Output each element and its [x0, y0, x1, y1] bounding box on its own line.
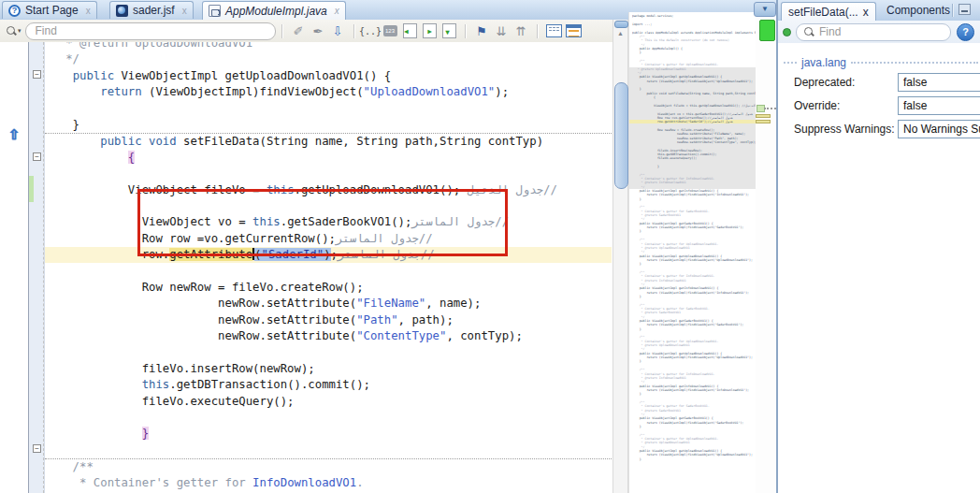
- code-line[interactable]: [45, 263, 612, 279]
- split-editor-handle[interactable]: [614, 21, 628, 28]
- code-line[interactable]: [45, 410, 612, 426]
- code-line[interactable]: newRow.setAttribute("Path", path);: [45, 312, 612, 328]
- fold-toggle-icon[interactable]: −: [33, 152, 41, 161]
- status-dot-icon: [783, 28, 791, 36]
- tab-appmoduleimpl-java[interactable]: AppModuleImpl.java x: [202, 1, 346, 20]
- search-icon: [803, 26, 814, 37]
- code-line[interactable]: public void setFileData(String name, Str…: [45, 133, 612, 149]
- scrollbar-thumb[interactable]: [614, 82, 628, 189]
- code-line[interactable]: * Container's getter for InfoDownloadVO1…: [45, 475, 612, 491]
- code-line[interactable]: }: [45, 117, 612, 133]
- code-line[interactable]: }: [45, 426, 612, 442]
- minimap-line: public class AppModuleImpl extends Appli…: [632, 30, 757, 34]
- start-page-icon: ?: [8, 5, 21, 17]
- close-tab-icon[interactable]: x: [863, 6, 869, 19]
- previous-bookmark-icon[interactable]: ⇈: [512, 22, 531, 40]
- code-line[interactable]: Row newRow = fileVo.createRow();: [45, 280, 612, 296]
- tab-overflow-chevron-button[interactable]: ▼: [754, 2, 776, 17]
- code-line[interactable]: public ViewObjectImpl getUploadDownloadV…: [45, 68, 612, 84]
- code-line[interactable]: {: [45, 150, 612, 166]
- section-header-java-lang: java.lang: [784, 56, 978, 69]
- code-line[interactable]: newRow.setAttribute("ContentType", contT…: [45, 328, 612, 344]
- code-editor[interactable]: ⇧ − − − * @return UploadDownloadVO1 */ p…: [0, 42, 612, 493]
- shift-right-icon[interactable]: ▸: [420, 22, 440, 40]
- minimap-line: return (ViewObjectImpl)findViewObject("S…: [632, 420, 757, 424]
- editor-vertical-scrollbar[interactable]: ▲: [612, 20, 628, 493]
- code-overview-minimap[interactable]: package model.services; import ...; publ…: [628, 12, 757, 493]
- minimap-line: newRow.setAttribute("ContentType", contT…: [632, 140, 757, 144]
- code-block-icon[interactable]: {..}: [361, 22, 381, 40]
- numbered-block-icon[interactable]: 123: [381, 22, 400, 40]
- overview-mark-dots: [764, 108, 776, 109]
- find-input[interactable]: Find: [25, 22, 276, 40]
- close-tab-icon[interactable]: x: [182, 6, 187, 16]
- code-line[interactable]: return (ViewObjectImpl)findViewObject("U…: [45, 84, 612, 100]
- code-line[interactable]: this.getDBTransaction().commit();: [45, 377, 612, 393]
- bookmark-icon[interactable]: ⚑: [472, 22, 492, 40]
- code-line[interactable]: fileVo.executeQuery();: [45, 394, 612, 410]
- field-label: Override:: [794, 99, 840, 112]
- close-tab-icon[interactable]: x: [86, 6, 91, 16]
- minimap-line: return (ViewObjectImpl)findViewObject("S…: [632, 323, 757, 326]
- fold-toggle-icon[interactable]: −: [33, 70, 41, 79]
- jdeveloper-window: ? Start Page x sader.jsf x AppModuleImpl…: [0, 0, 980, 493]
- code-text[interactable]: * @return UploadDownloadVO1 */ public Vi…: [45, 42, 612, 493]
- field-label: Deprecated:: [794, 76, 855, 89]
- section-title: java.lang: [801, 56, 846, 69]
- tab-components[interactable]: Components: [886, 4, 950, 17]
- minimap-line: return (ViewObjectImpl)findViewObject("U…: [632, 80, 757, 83]
- tab-label: sader.jsf: [133, 4, 175, 17]
- next-bookmark-icon[interactable]: ⇊: [492, 22, 512, 40]
- toolbar-separator: [353, 24, 355, 38]
- code-line[interactable]: fileVo.insertRow(newRow);: [45, 361, 612, 377]
- code-line[interactable]: * @return UploadDownloadVO1: [45, 42, 612, 51]
- pin-highlight-icon[interactable]: ✒: [309, 22, 328, 40]
- minimap-line: return (ViewObjectImpl)findViewObject("I…: [632, 290, 757, 294]
- minimap-line: return (ViewObjectImpl)findViewObject("U…: [632, 355, 757, 359]
- indent-block-icon[interactable]: ▾: [440, 22, 459, 40]
- fold-guide-line: [43, 42, 44, 493]
- suppress-warnings-field[interactable]: No Warnings Supp: [898, 120, 980, 138]
- java-class-icon: [209, 5, 221, 17]
- overview-window-icon[interactable]: [564, 22, 584, 40]
- close-tab-icon[interactable]: x: [335, 6, 339, 16]
- tab-label: setFileData(...: [788, 6, 858, 19]
- code-line[interactable]: /**: [45, 458, 612, 474]
- thumbnail-view-icon[interactable]: [544, 22, 564, 40]
- minimize-panel-button[interactable]: [958, 4, 971, 15]
- override-dropdown[interactable]: false: [898, 96, 980, 115]
- panel-tab-bar: setFileData(... x Components: [778, 0, 980, 22]
- highlight-marker-icon[interactable]: ✐: [289, 22, 309, 40]
- deprecated-dropdown[interactable]: false: [898, 73, 980, 92]
- shift-left-icon[interactable]: ◂: [400, 22, 420, 40]
- overview-warning-mark[interactable]: [756, 120, 771, 123]
- fold-toggle-icon[interactable]: −: [33, 444, 41, 453]
- code-line[interactable]: */: [45, 51, 612, 67]
- toolbar-separator: [465, 24, 467, 38]
- search-icon: [6, 25, 17, 36]
- code-line[interactable]: newRow.setAttribute("FileName", name);: [45, 296, 612, 312]
- tab-sader-jsf[interactable]: sader.jsf x: [109, 1, 194, 19]
- panel-find-input[interactable]: Find: [796, 23, 951, 41]
- search-options-dropdown[interactable]: ▾: [6, 25, 22, 36]
- minimap-line: return (ViewObjectImpl)findViewObject("U…: [632, 258, 757, 262]
- property-inspector-panel: setFileData(... x Components Find ? java…: [776, 0, 980, 493]
- overview-warning-mark[interactable]: [756, 114, 771, 118]
- code-line[interactable]: [45, 101, 612, 117]
- tab-label: Start Page: [25, 4, 79, 17]
- sort-members-icon[interactable]: ⇩: [328, 22, 348, 40]
- tab-start-page[interactable]: ? Start Page x: [2, 1, 97, 19]
- overview-status-margin: [756, 12, 776, 493]
- status-ok-indicator[interactable]: [759, 20, 775, 41]
- code-line[interactable]: [45, 442, 612, 458]
- field-label: Suppress Warnings:: [794, 123, 895, 136]
- toolbar-separator: [281, 24, 283, 38]
- scroll-up-icon[interactable]: ▲: [614, 28, 627, 39]
- code-line[interactable]: [45, 344, 612, 360]
- editor-toolbar: ▾ Find ✐ ✒ ⇩ {..} 123 ◂ ▸ ▾ ⚑ ⇊ ⇈: [0, 20, 613, 42]
- override-indicator-icon[interactable]: ⇧: [8, 126, 21, 143]
- code-line[interactable]: [45, 166, 612, 181]
- help-icon[interactable]: ?: [957, 23, 974, 41]
- panel-content: java.lang Deprecated: false Override: fa…: [778, 43, 980, 493]
- tab-setfiledata[interactable]: setFileData(... x: [781, 2, 876, 21]
